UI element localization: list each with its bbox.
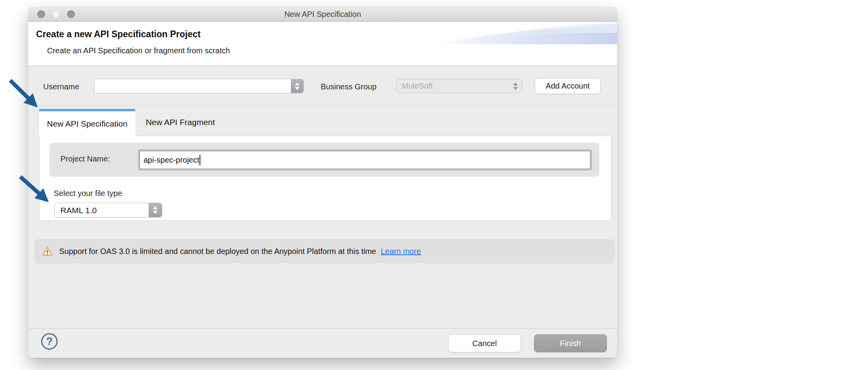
project-name-input[interactable]: api-spec-project [140,151,590,169]
project-name-label: Project Name: [60,154,110,163]
add-account-button[interactable]: Add Account [535,78,601,94]
project-name-panel: Project Name: api-spec-project [49,143,599,177]
business-group-label: Business Group [321,82,376,91]
help-button[interactable]: ? [41,333,58,350]
screenshot-canvas: New API Specification [0,0,868,370]
finish-button[interactable]: Finish [534,334,607,352]
oas-warning-banner: Support for OAS 3.0 is limited and canno… [35,239,615,263]
warning-text: Support for OAS 3.0 is limited and canno… [59,247,376,256]
tab-new-api-fragment[interactable]: New API Fragment [135,109,225,136]
chevron-up-icon [153,206,158,209]
chevron-up-icon [295,82,300,85]
combo-stepper-icon[interactable] [291,79,303,93]
dialog-titlebar[interactable]: New API Specification [28,7,617,22]
file-type-label: Select your file type [54,189,122,198]
text-caret [200,155,200,165]
dialog-footer: ? Cancel Finish [28,328,617,358]
username-combobox[interactable] [94,79,304,93]
project-name-value: api-spec-project [143,156,199,165]
section-divider [31,105,614,105]
warning-icon [42,247,53,256]
chevron-down-icon [295,87,300,90]
business-group-select: MuleSoft [396,79,522,93]
new-api-specification-dialog: New API Specification [28,7,617,358]
chevron-down-icon [153,211,158,214]
banner-swoosh-decoration [433,23,617,45]
wizard-title: Create a new API Specification Project [36,29,201,40]
wizard-banner: Create a new API Specification Project C… [28,22,617,66]
learn-more-link[interactable]: Learn more [381,247,421,256]
file-type-select[interactable]: RAML 1.0 [54,203,162,218]
chevron-down-icon [513,87,518,90]
wizard-subtitle: Create an API Specification or fragment … [47,46,230,55]
dialog-title: New API Specification [28,7,617,22]
tab-new-api-specification[interactable]: New API Specification [39,109,135,136]
tab-label: New API Specification [47,119,127,129]
select-stepper-icon[interactable] [149,203,162,217]
username-label: Username [43,82,79,91]
tab-label: New API Fragment [146,118,215,127]
cancel-button[interactable]: Cancel [448,334,521,352]
question-mark-icon: ? [46,336,53,348]
tab-content-panel: Project Name: api-spec-project Select yo… [39,136,611,221]
chevron-up-icon [513,82,518,85]
business-group-value: MuleSoft [402,79,433,93]
file-type-value: RAML 1.0 [60,203,97,218]
select-stepper-icon [513,79,518,93]
